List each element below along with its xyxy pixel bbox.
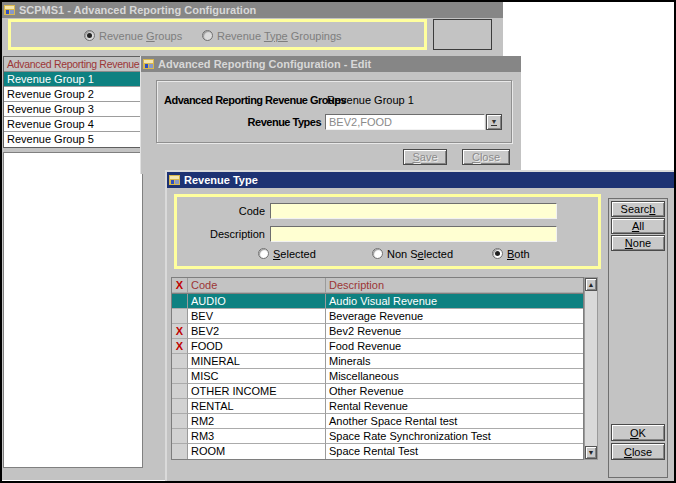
table-row[interactable]: RM2Another Space Rental test xyxy=(172,414,583,429)
table-header-row: X Code Description xyxy=(172,278,583,294)
revenue-type-table: X Code Description AUDIOAudio Visual Rev… xyxy=(171,277,584,460)
description-cell: Another Space Rental test xyxy=(326,414,583,429)
table-row[interactable]: XFOODFood Revenue xyxy=(172,339,583,354)
window-title: Advanced Reporting Configuration - Edit xyxy=(158,58,371,70)
window-edit: Advanced Reporting Configuration - Edit … xyxy=(140,56,521,174)
search-button[interactable]: Search xyxy=(611,201,665,217)
radio-non-selected[interactable]: Non Selected xyxy=(372,247,453,260)
window-revenue-type: Revenue Type Code Description Selected N… xyxy=(165,170,676,483)
description-cell: Minerals xyxy=(326,354,583,369)
selected-mark-cell: X xyxy=(172,324,188,339)
code-cell: BEV xyxy=(188,309,326,324)
close-button[interactable]: Close xyxy=(611,443,665,460)
empty-detail-panel xyxy=(3,152,143,468)
none-button[interactable]: None xyxy=(611,235,665,251)
radio-revenue-groups[interactable]: Revenue Groups xyxy=(84,29,182,42)
revenue-groups-value: Revenue Group 1 xyxy=(327,94,414,106)
window-icon xyxy=(4,4,16,16)
close-button[interactable]: Close xyxy=(462,149,510,165)
code-cell: AUDIO xyxy=(188,294,326,309)
code-cell: RENTAL xyxy=(188,399,326,414)
revenue-type-titlebar[interactable]: Revenue Type xyxy=(167,172,676,188)
code-cell: BEV2 xyxy=(188,324,326,339)
table-row[interactable]: BEVBeverage Revenue xyxy=(172,309,583,324)
save-button[interactable]: Save xyxy=(403,149,447,165)
selected-mark-cell xyxy=(172,414,188,429)
code-cell: ROOM xyxy=(188,444,326,459)
description-cell: Bev2 Revenue xyxy=(326,324,583,339)
revenue-group-list: Advanced Reporting Revenue Gr Revenue Gr… xyxy=(3,56,143,148)
window-icon xyxy=(143,58,155,70)
table-row[interactable]: OTHER INCOMEOther Revenue xyxy=(172,384,583,399)
scroll-down-button[interactable]: ▼ xyxy=(585,446,597,459)
window-icon xyxy=(169,174,181,186)
revenue-types-input[interactable] xyxy=(325,114,485,130)
radio-unselected-icon xyxy=(258,248,269,259)
radio-unselected-icon xyxy=(202,30,213,41)
selected-mark-column-header[interactable]: X xyxy=(172,278,188,293)
code-cell: FOOD xyxy=(188,339,326,354)
description-cell: Other Revenue xyxy=(326,384,583,399)
description-column-header[interactable]: Description xyxy=(326,278,583,293)
code-cell: OTHER INCOME xyxy=(188,384,326,399)
table-row[interactable]: ROOMSpace Rental Test xyxy=(172,444,583,459)
table-row[interactable]: AUDIOAudio Visual Revenue xyxy=(172,294,583,309)
dropdown-arrow-icon: ▼ xyxy=(491,118,498,126)
edit-groupbox xyxy=(156,80,512,143)
revenue-types-dropdown-button[interactable]: ▼ xyxy=(486,114,502,130)
table-row[interactable]: MISCMiscellaneous xyxy=(172,369,583,384)
revenue-types-label: Revenue Types xyxy=(164,116,321,128)
selected-mark-cell xyxy=(172,309,188,324)
description-cell: Beverage Revenue xyxy=(326,309,583,324)
scroll-up-icon: ▲ xyxy=(588,281,595,288)
list-item[interactable]: Revenue Group 4 xyxy=(4,117,142,132)
selected-mark-cell xyxy=(172,384,188,399)
table-row[interactable]: MINERALMinerals xyxy=(172,354,583,369)
ok-button[interactable]: OK xyxy=(611,424,665,441)
list-item[interactable]: Revenue Group 3 xyxy=(4,102,142,117)
radio-label: Revenue Type Groupings xyxy=(217,30,342,42)
radio-selected-icon xyxy=(492,248,503,259)
code-column-header[interactable]: Code xyxy=(188,278,326,293)
radio-label: Both xyxy=(507,248,530,260)
list-item[interactable]: Revenue Group 2 xyxy=(4,87,142,102)
description-cell: Food Revenue xyxy=(326,339,583,354)
radio-both[interactable]: Both xyxy=(492,247,530,260)
table-row[interactable]: RM3Space Rate Synchronization Test xyxy=(172,429,583,444)
description-cell: Miscellaneous xyxy=(326,369,583,384)
description-label: Description xyxy=(175,228,265,240)
scroll-down-icon: ▼ xyxy=(588,449,595,456)
code-cell: RM3 xyxy=(188,429,326,444)
revenue-groups-label: Advanced Reporting Revenue Groups xyxy=(164,94,346,106)
selected-mark-cell xyxy=(172,444,188,459)
scpms1-titlebar[interactable]: SCPMS1 - Advanced Reporting Configuratio… xyxy=(2,2,503,18)
radio-label: Revenue Groups xyxy=(99,30,182,42)
window-title: SCPMS1 - Advanced Reporting Configuratio… xyxy=(19,4,256,16)
radio-selected[interactable]: Selected xyxy=(258,247,316,260)
revenue-group-list-header: Advanced Reporting Revenue Gr xyxy=(4,57,142,72)
screenshot-root: SCPMS1 - Advanced Reporting Configuratio… xyxy=(0,0,676,483)
all-button[interactable]: All xyxy=(611,218,665,234)
scroll-up-button[interactable]: ▲ xyxy=(585,278,597,291)
list-item[interactable]: Revenue Group 5 xyxy=(4,132,142,147)
selected-mark-cell xyxy=(172,369,188,384)
detail-box xyxy=(433,19,492,50)
description-cell: Space Rental Test xyxy=(326,444,583,459)
selected-mark-cell xyxy=(172,294,188,309)
description-cell: Space Rate Synchronization Test xyxy=(326,429,583,444)
description-input[interactable] xyxy=(270,226,557,242)
selected-mark-cell xyxy=(172,354,188,369)
description-cell: Rental Revenue xyxy=(326,399,583,414)
edit-titlebar[interactable]: Advanced Reporting Configuration - Edit xyxy=(141,56,521,72)
table-scrollbar[interactable]: ▲ ▼ xyxy=(584,277,598,460)
radio-revenue-type-groupings[interactable]: Revenue Type Groupings xyxy=(202,29,342,42)
code-cell: MINERAL xyxy=(188,354,326,369)
table-row[interactable]: RENTALRental Revenue xyxy=(172,399,583,414)
list-item[interactable]: Revenue Group 1 xyxy=(4,72,142,87)
code-cell: MISC xyxy=(188,369,326,384)
selected-mark-cell: X xyxy=(172,339,188,354)
code-input[interactable] xyxy=(270,203,557,219)
radio-unselected-icon xyxy=(372,248,383,259)
table-row[interactable]: XBEV2Bev2 Revenue xyxy=(172,324,583,339)
radio-label: Non Selected xyxy=(387,248,453,260)
